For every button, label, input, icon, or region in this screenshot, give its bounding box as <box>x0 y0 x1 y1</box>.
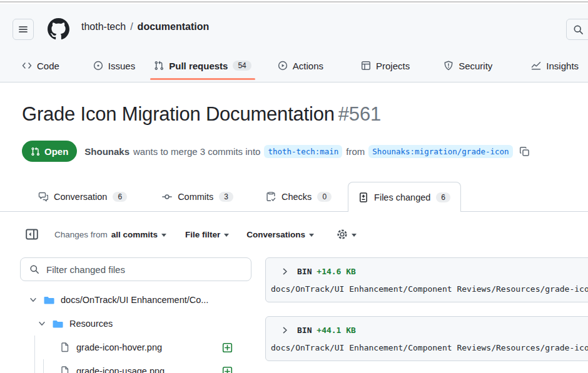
search-icon <box>573 24 584 35</box>
filter-changed-files-input[interactable] <box>45 264 251 276</box>
tab-files-changed-label: Files changed <box>374 192 430 202</box>
github-logo[interactable] <box>48 18 69 40</box>
files-toolbar: Changes from all commits File filter Con… <box>0 220 588 249</box>
play-icon <box>278 61 288 71</box>
file-filter-label: File filter <box>185 230 220 239</box>
chevron-right-icon <box>281 326 289 334</box>
pr-status-row: Open Shounaks wants to merge 3 commits i… <box>22 140 530 162</box>
diff-settings-dropdown[interactable] <box>337 229 357 240</box>
file-size-delta: +14.6 KB <box>317 267 356 276</box>
tree-folder-row[interactable]: Resources <box>20 312 251 336</box>
tab-pull-requests[interactable]: Pull requests 54 <box>149 49 256 82</box>
tab-projects[interactable]: Projects <box>356 49 415 82</box>
binary-file-label: BIN <box>297 267 312 276</box>
diff-added-icon <box>222 342 233 353</box>
tab-security[interactable]: Security <box>438 49 497 82</box>
diff-list: BIN +14.6 KB docs/OnTrack/UI Enhancement… <box>265 257 588 373</box>
repo-nav: Code Issues Pull requests 54 Actions <box>0 49 588 82</box>
table-icon <box>361 61 371 71</box>
conversation-count-badge: 6 <box>113 192 127 202</box>
pr-from-word: from <box>346 146 365 157</box>
tree-file-row[interactable]: grade-icon-hover.png <box>20 336 251 359</box>
diff-file-header[interactable]: BIN +44.1 KB <box>266 317 588 335</box>
git-pull-request-icon <box>31 147 40 156</box>
tab-security-label: Security <box>459 61 492 71</box>
pr-state-badge: Open <box>22 141 77 162</box>
base-branch-label[interactable]: thoth-tech:main <box>264 145 342 158</box>
file-icon <box>60 366 70 373</box>
changes-from-dropdown[interactable]: Changes from all commits <box>54 230 166 239</box>
tab-insights[interactable]: Insights <box>526 49 584 82</box>
breadcrumb: thoth-tech / documentation <box>81 4 209 49</box>
site-header: thoth-tech / documentation <box>0 4 588 49</box>
sidebar-collapse-icon <box>25 227 39 241</box>
github-octocat-icon <box>48 18 69 40</box>
issue-opened-icon <box>93 61 103 71</box>
checks-count-badge: 0 <box>317 192 332 202</box>
tree-folder-label: Resources <box>69 319 113 329</box>
chevron-down-icon <box>29 296 38 304</box>
chevron-right-icon <box>281 267 289 276</box>
diff-file-header[interactable]: BIN +14.6 KB <box>266 258 588 276</box>
commits-count-badge: 3 <box>219 192 233 202</box>
tab-pull-requests-label: Pull requests <box>169 61 228 71</box>
binary-file-label: BIN <box>297 326 312 335</box>
tab-commits[interactable]: Commits 3 <box>152 182 243 211</box>
tab-conversation-label: Conversation <box>54 192 107 202</box>
diff-file-path: docs/OnTrack/UI Enhancement/Component Re… <box>266 276 588 302</box>
tab-issues-label: Issues <box>108 61 135 71</box>
tree-indent-guide <box>43 359 44 373</box>
tree-folder-row[interactable]: docs/OnTrack/UI Enhancement/Co... <box>20 288 251 312</box>
caret-down-icon <box>161 234 166 237</box>
folder-icon <box>44 295 54 306</box>
code-icon <box>22 61 32 71</box>
collapse-file-tree-button[interactable] <box>23 226 41 242</box>
git-pull-request-icon <box>154 61 164 71</box>
github-pr-files-page: thoth-tech / documentation Code <box>0 0 588 373</box>
pull-requests-count-badge: 54 <box>233 61 251 71</box>
breadcrumb-repo-link[interactable]: documentation <box>138 21 210 32</box>
pr-merge-text: wants to merge 3 commits into <box>133 146 260 157</box>
tab-code[interactable]: Code <box>17 49 64 82</box>
search-button[interactable] <box>566 19 588 40</box>
tree-folder-label: docs/OnTrack/UI Enhancement/Co... <box>61 295 208 305</box>
file-filter-dropdown[interactable]: File filter <box>185 230 229 239</box>
tree-file-label: grade-icon-hover.png <box>76 342 162 352</box>
tab-checks[interactable]: Checks 0 <box>256 182 342 211</box>
tab-projects-label: Projects <box>376 61 410 71</box>
pr-number: #561 <box>338 103 381 125</box>
file-icon <box>60 342 70 352</box>
search-icon <box>29 264 39 274</box>
tab-code-label: Code <box>37 61 59 71</box>
diff-file-panel: BIN +44.1 KB docs/OnTrack/UI Enhancement… <box>265 316 588 361</box>
tree-file-row[interactable]: grade-icon-usage.png <box>20 359 251 373</box>
graph-icon <box>531 61 541 71</box>
caret-down-icon <box>224 234 229 237</box>
head-branch-label[interactable]: Shounaks:migration/grade-icon <box>368 145 512 158</box>
file-size-delta: +44.1 KB <box>317 326 356 335</box>
copy-icon[interactable] <box>519 146 530 157</box>
diff-file-path: docs/OnTrack/UI Enhancement/Component Re… <box>266 335 588 361</box>
tree-file-label: grade-icon-usage.png <box>76 366 165 373</box>
tab-insights-label: Insights <box>546 61 579 71</box>
breadcrumb-org-link[interactable]: thoth-tech <box>81 21 126 32</box>
breadcrumb-separator: / <box>130 21 133 32</box>
gear-icon <box>337 229 348 240</box>
tab-conversation[interactable]: Conversation 6 <box>28 182 137 211</box>
pr-title-text: Grade Icon Migration Documentation <box>22 103 335 125</box>
tab-files-changed[interactable]: Files changed 6 <box>348 182 461 212</box>
conversations-dropdown[interactable]: Conversations <box>246 230 314 239</box>
active-tab-underline <box>150 78 255 80</box>
tab-actions[interactable]: Actions <box>273 49 328 82</box>
git-commit-icon <box>162 192 172 202</box>
file-tree-sidebar: docs/OnTrack/UI Enhancement/Co... Resour… <box>20 257 251 373</box>
folder-icon <box>53 319 63 329</box>
window-top-edge <box>0 0 588 2</box>
caret-down-icon <box>309 234 314 237</box>
tab-issues[interactable]: Issues <box>88 49 140 82</box>
pr-title: Grade Icon Migration Documentation#561 <box>22 103 381 126</box>
caret-down-icon <box>352 234 357 237</box>
pr-author-link[interactable]: Shounaks <box>84 146 129 157</box>
chevron-down-icon <box>38 319 46 328</box>
hamburger-menu-button[interactable] <box>13 19 34 40</box>
